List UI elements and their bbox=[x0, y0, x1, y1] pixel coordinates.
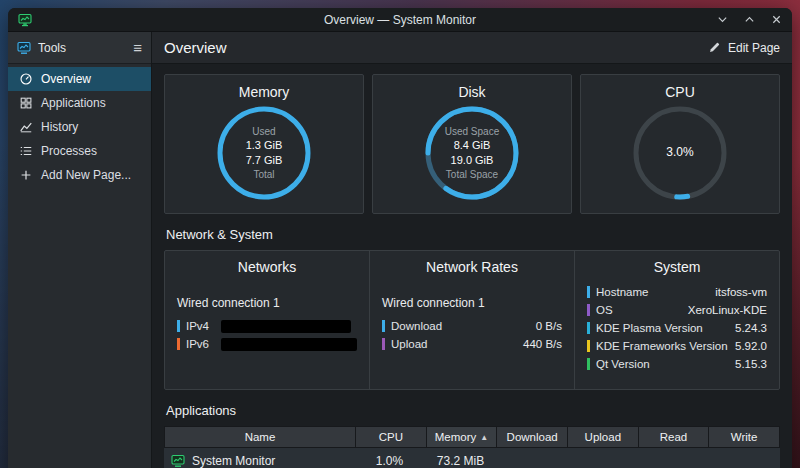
legend-swatch bbox=[587, 286, 590, 298]
gauge-line: Used bbox=[252, 125, 275, 138]
gauge-title: CPU bbox=[665, 84, 695, 100]
gauge-line: 19.0 GiB bbox=[451, 153, 494, 168]
system-monitor-window: Overview — System Monitor Tools ≡ bbox=[8, 8, 792, 468]
system-panel: System Hostname itsfoss-vm OS XeroLinux-… bbox=[574, 251, 779, 389]
qt-version-row: Qt Version 5.15.3 bbox=[587, 356, 767, 371]
sensor-value: 5.15.3 bbox=[735, 358, 767, 370]
cpu-card: CPU 3.0% bbox=[580, 74, 780, 214]
legend-swatch bbox=[177, 320, 180, 332]
gauge-line: Total Space bbox=[446, 168, 498, 181]
sidebar-item-applications[interactable]: Applications bbox=[8, 91, 151, 115]
titlebar[interactable]: Overview — System Monitor bbox=[8, 8, 792, 32]
sensor-value: 5.92.0 bbox=[735, 340, 767, 352]
sensor-label: Hostname bbox=[596, 286, 648, 298]
sidebar-item-history[interactable]: History bbox=[8, 115, 151, 139]
gauge-line: Total bbox=[253, 168, 274, 181]
sensor-label: IPv4 bbox=[186, 320, 209, 332]
sensor-label: Qt Version bbox=[596, 358, 650, 370]
maximize-button[interactable] bbox=[744, 14, 755, 25]
column-header-name[interactable]: Name bbox=[165, 427, 355, 447]
hostname-row: Hostname itsfoss-vm bbox=[587, 284, 767, 299]
edit-page-button[interactable]: Edit Page bbox=[708, 41, 780, 55]
legend-swatch bbox=[587, 322, 590, 334]
gauge-icon bbox=[19, 72, 33, 86]
column-header-download[interactable]: Download bbox=[497, 427, 567, 447]
network-rates-title: Network Rates bbox=[382, 259, 562, 275]
app-icon bbox=[18, 13, 32, 27]
sidebar-item-label: History bbox=[41, 120, 78, 134]
sidebar-item-label: Processes bbox=[41, 144, 97, 158]
plus-icon bbox=[19, 168, 33, 182]
gauge-line: 1.3 GiB bbox=[246, 138, 283, 153]
sensor-value: itsfoss-vm bbox=[715, 286, 767, 298]
gauge-title: Memory bbox=[239, 84, 290, 100]
legend-swatch bbox=[382, 338, 385, 350]
legend-swatch bbox=[587, 340, 590, 352]
sidebar-item-add-new-page[interactable]: Add New Page... bbox=[8, 163, 151, 187]
column-header-write[interactable]: Write bbox=[709, 427, 779, 447]
sensor-label: Download bbox=[391, 320, 442, 332]
sort-ascending-icon: ▲ bbox=[480, 433, 488, 442]
table-row-system-monitor[interactable]: System Monitor 1.0% 73.2 MiB bbox=[164, 448, 780, 468]
gauge-row: Memory Used 1.3 GiB 7.7 GiB Total bbox=[164, 74, 780, 214]
network-system-card: Networks Wired connection 1 IPv4 IPv6 bbox=[164, 250, 780, 390]
page-header: Overview Edit Page bbox=[152, 32, 792, 64]
close-button[interactable] bbox=[771, 14, 782, 25]
content-scroll[interactable]: Memory Used 1.3 GiB 7.7 GiB Total bbox=[152, 64, 792, 468]
column-header-read[interactable]: Read bbox=[639, 427, 709, 447]
main-content: Overview Edit Page Memory bbox=[152, 32, 792, 468]
cpu-gauge: 3.0% bbox=[630, 103, 730, 203]
app-name-cell: System Monitor bbox=[164, 454, 354, 468]
column-header-cpu[interactable]: CPU bbox=[356, 427, 426, 447]
sidebar-item-processes[interactable]: Processes bbox=[8, 139, 151, 163]
column-header-upload[interactable]: Upload bbox=[568, 427, 638, 447]
sidebar-item-label: Add New Page... bbox=[41, 168, 131, 182]
redacted-value bbox=[221, 320, 351, 333]
system-monitor-app-icon bbox=[171, 454, 185, 468]
list-icon bbox=[19, 144, 33, 158]
legend-swatch bbox=[587, 358, 590, 370]
sensor-value: 440 B/s bbox=[523, 338, 562, 350]
column-header-memory[interactable]: Memory ▲ bbox=[427, 427, 497, 447]
sensor-label: OS bbox=[596, 304, 613, 316]
window-title: Overview — System Monitor bbox=[8, 13, 792, 27]
sidebar-header: Tools ≡ bbox=[8, 32, 151, 64]
gauge-line: 7.7 GiB bbox=[246, 153, 283, 168]
system-title: System bbox=[587, 259, 767, 275]
sensor-label: IPv6 bbox=[186, 338, 209, 350]
sidebar-nav: Overview Applications History bbox=[8, 64, 151, 187]
sidebar-title: Tools bbox=[38, 41, 126, 55]
sensor-value: XeroLinux-KDE bbox=[688, 304, 767, 316]
os-row: OS XeroLinux-KDE bbox=[587, 302, 767, 317]
redacted-value bbox=[221, 338, 357, 351]
legend-swatch bbox=[177, 338, 180, 350]
sensor-label: Upload bbox=[391, 338, 427, 350]
memory-card: Memory Used 1.3 GiB 7.7 GiB Total bbox=[164, 74, 364, 214]
ipv4-row: IPv4 bbox=[177, 317, 357, 335]
upload-row: Upload 440 B/s bbox=[382, 335, 562, 353]
disk-card: Disk Used Space 8.4 GiB 19.0 GiB Total S… bbox=[372, 74, 572, 214]
sidebar-item-overview[interactable]: Overview bbox=[8, 67, 151, 91]
connection-label: Wired connection 1 bbox=[177, 296, 357, 310]
legend-swatch bbox=[382, 320, 385, 332]
grid-icon bbox=[19, 96, 33, 110]
network-rates-panel: Network Rates Wired connection 1 Downloa… bbox=[369, 251, 574, 389]
sensor-value: 0 B/s bbox=[536, 320, 562, 332]
network-system-heading: Network & System bbox=[166, 227, 780, 242]
ipv6-row: IPv6 bbox=[177, 335, 357, 353]
sensor-value: 5.24.3 bbox=[735, 322, 767, 334]
memory-gauge: Used 1.3 GiB 7.7 GiB Total bbox=[214, 103, 314, 203]
minimize-button[interactable] bbox=[717, 14, 728, 25]
download-row: Download 0 B/s bbox=[382, 317, 562, 335]
edit-page-label: Edit Page bbox=[728, 41, 780, 55]
sensor-label: KDE Plasma Version bbox=[596, 322, 703, 334]
sidebar-item-label: Applications bbox=[41, 96, 106, 110]
legend-swatch bbox=[587, 304, 590, 316]
sidebar: Tools ≡ Overview Applications bbox=[8, 32, 152, 468]
menu-icon[interactable]: ≡ bbox=[133, 40, 142, 55]
cpu-cell: 1.0% bbox=[354, 454, 425, 468]
table-header-row: Name CPU Memory ▲ Download Upload Read W… bbox=[164, 426, 780, 448]
disk-gauge: Used Space 8.4 GiB 19.0 GiB Total Space bbox=[422, 103, 522, 203]
networks-panel: Networks Wired connection 1 IPv4 IPv6 bbox=[165, 251, 369, 389]
plasma-version-row: KDE Plasma Version 5.24.3 bbox=[587, 320, 767, 335]
